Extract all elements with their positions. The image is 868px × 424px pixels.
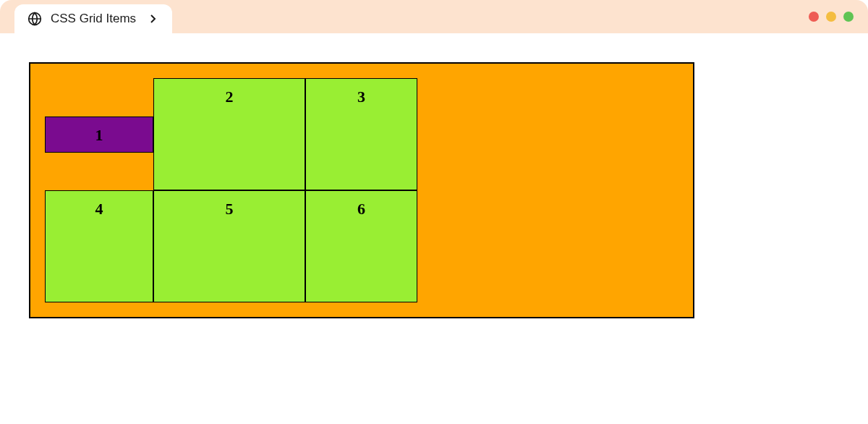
- titlebar: CSS Grid Items: [0, 0, 868, 33]
- maximize-button[interactable]: [843, 12, 854, 22]
- content-area: 1 2 3 4 5 6: [0, 33, 868, 347]
- browser-window: CSS Grid Items 1 2 3 4 5 6: [0, 0, 868, 424]
- chevron-right-icon: [148, 13, 159, 25]
- grid-item-2: 2: [153, 78, 305, 190]
- grid-item-4: 4: [45, 190, 153, 302]
- tab-title: CSS Grid Items: [51, 12, 136, 26]
- grid-item-1: 1: [45, 116, 153, 153]
- grid-container: 1 2 3 4 5 6: [29, 62, 694, 318]
- browser-tab[interactable]: CSS Grid Items: [14, 4, 172, 33]
- grid-item-3: 3: [305, 78, 417, 190]
- close-button[interactable]: [809, 12, 819, 22]
- minimize-button[interactable]: [826, 12, 836, 22]
- globe-icon: [27, 12, 42, 26]
- grid-item-6: 6: [305, 190, 417, 302]
- grid-item-5: 5: [153, 190, 305, 302]
- traffic-lights: [809, 12, 854, 22]
